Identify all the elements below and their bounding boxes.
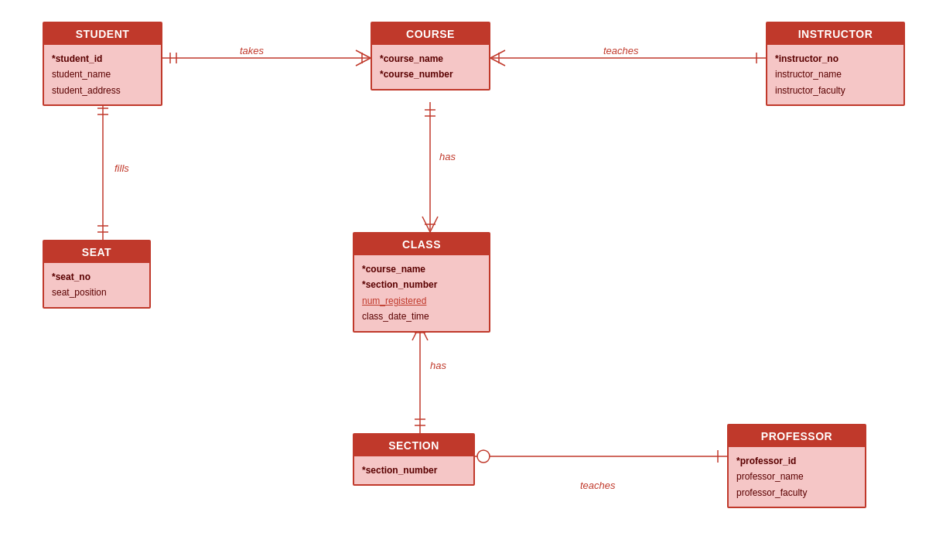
- entity-class: CLASS *course_name *section_number num_r…: [353, 232, 490, 333]
- label-teaches-professor: teaches: [580, 480, 616, 491]
- label-fills: fills: [114, 162, 129, 174]
- svg-line-20: [430, 217, 438, 232]
- entity-class-body: *course_name *section_number num_registe…: [354, 255, 489, 331]
- svg-point-29: [477, 450, 490, 463]
- entity-section-body: *section_number: [354, 456, 473, 484]
- professor-field-0: *professor_id: [736, 453, 857, 469]
- entity-class-header: CLASS: [354, 234, 489, 255]
- instructor-field-1: instructor_name: [775, 67, 896, 82]
- entity-section: SECTION *section_number: [353, 433, 475, 486]
- entity-instructor-body: *instructor_no instructor_name instructo…: [767, 45, 903, 104]
- entity-professor-header: PROFESSOR: [729, 425, 865, 447]
- entity-seat: SEAT *seat_no seat_position: [43, 240, 151, 309]
- entity-professor: PROFESSOR *professor_id professor_name p…: [727, 424, 866, 508]
- entity-student: STUDENT *student_id student_name student…: [43, 22, 162, 106]
- professor-field-2: professor_faculty: [736, 485, 857, 500]
- student-field-2: student_address: [52, 83, 153, 98]
- diagram-container: takes teaches fills has has teaches STUD…: [0, 0, 929, 560]
- professor-field-1: professor_name: [736, 469, 857, 484]
- label-has-course-class: has: [439, 151, 456, 162]
- entity-course-header: COURSE: [372, 23, 489, 45]
- svg-line-7: [490, 50, 505, 58]
- label-has-class-section: has: [430, 360, 446, 371]
- entity-instructor-header: INSTRUCTOR: [767, 23, 903, 45]
- course-field-1: *course_number: [380, 67, 481, 82]
- entity-professor-body: *professor_id professor_name professor_f…: [729, 447, 865, 507]
- entity-seat-body: *seat_no seat_position: [44, 263, 149, 307]
- class-field-1: *section_number: [362, 277, 481, 292]
- entity-course-body: *course_name *course_number: [372, 45, 489, 89]
- label-takes: takes: [240, 45, 264, 56]
- student-field-0: *student_id: [52, 51, 153, 67]
- entity-instructor: INSTRUCTOR *instructor_no instructor_nam…: [766, 22, 905, 106]
- entity-student-header: STUDENT: [44, 23, 161, 45]
- entity-course: COURSE *course_name *course_number: [371, 22, 490, 90]
- svg-line-8: [490, 58, 505, 66]
- svg-line-19: [422, 217, 430, 232]
- seat-field-0: *seat_no: [52, 269, 142, 285]
- entity-section-header: SECTION: [354, 435, 473, 456]
- course-field-0: *course_name: [380, 51, 481, 67]
- label-teaches-instructor: teaches: [603, 45, 639, 56]
- instructor-field-2: instructor_faculty: [775, 83, 896, 98]
- entity-student-body: *student_id student_name student_address: [44, 45, 161, 104]
- entity-seat-header: SEAT: [44, 241, 149, 263]
- section-field-0: *section_number: [362, 463, 466, 478]
- svg-line-4: [356, 58, 371, 66]
- instructor-field-0: *instructor_no: [775, 51, 896, 67]
- seat-field-1: seat_position: [52, 285, 142, 300]
- svg-line-3: [356, 50, 371, 58]
- class-field-0: *course_name: [362, 261, 481, 277]
- class-field-2: num_registered: [362, 293, 481, 309]
- class-field-3: class_date_time: [362, 309, 481, 324]
- student-field-1: student_name: [52, 67, 153, 82]
